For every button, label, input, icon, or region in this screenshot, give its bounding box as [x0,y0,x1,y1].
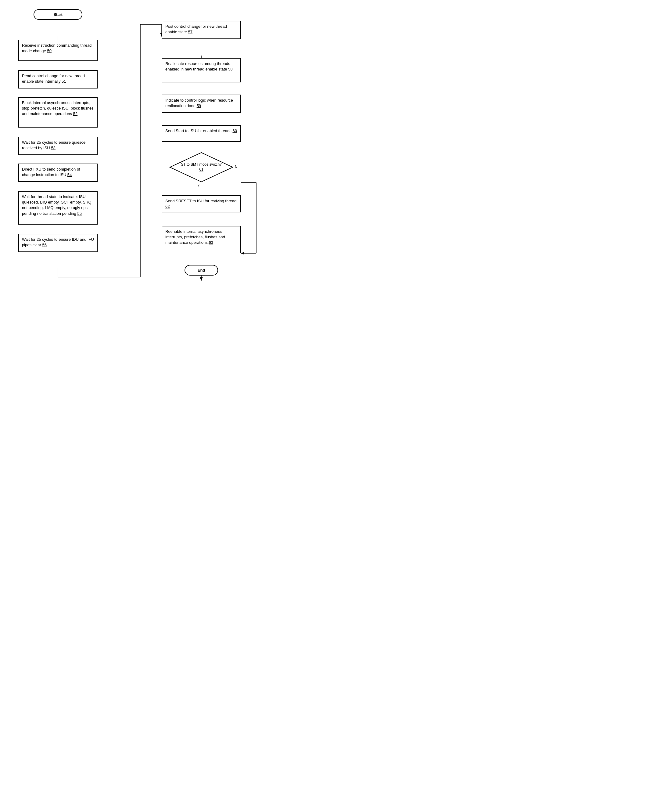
start-node: Start [33,9,82,20]
box63-text: Reenable internal asynchronous interrupt… [165,229,225,245]
box60-num: 60 [232,129,237,133]
box-56: Wait for 25 cycles to ensure IDU and IFU… [18,234,98,252]
end-node: End [185,265,218,276]
end-label: End [198,268,205,273]
box50-num: 50 [47,49,51,53]
flowchart: Start Receive instruction commanding thr… [0,0,274,336]
box-57: Post control change for new thread enabl… [162,21,241,39]
diamond61-num: 61 [199,167,203,171]
box51-text: Pend control change for new thread enabl… [22,74,85,84]
box-60: Send Start to ISU for enabled threads 60 [162,125,241,142]
box-50: Receive instruction commanding thread mo… [18,40,98,61]
box-51: Pend control change for new thread enabl… [18,70,98,89]
box-63: Reenable internal asynchronous interrupt… [162,226,241,253]
box50-text: Receive instruction commanding thread mo… [22,43,92,53]
box57-text: Post control change for new thread enabl… [165,24,227,34]
diamond61-yes-label: Y [197,183,200,188]
box63-num: 63 [209,240,213,245]
box-58: Reallocate resources among threads enabl… [162,58,241,82]
box-59: Indicate to control logic when resource … [162,95,241,113]
box51-num: 51 [62,79,66,84]
box57-num: 57 [188,30,192,34]
box55-num: 55 [77,211,82,216]
diamond61-text: ST to SMT mode switch? [181,162,222,167]
box54-num: 54 [67,172,72,177]
box53-num: 53 [51,146,55,150]
box-62: Send SRESET to ISU for reviving thread 6… [162,195,241,213]
box52-num: 52 [73,111,77,116]
box-52: Block internal asynchronous interrupts, … [18,97,98,127]
box52-text: Block internal asynchronous interrupts, … [22,100,94,116]
box-55: Wait for thread state to indicate: ISU q… [18,191,98,224]
diamond-61: ST to SMT mode switch? 61 Y N [169,152,233,182]
box-54: Direct FXU to send completion of change … [18,164,98,182]
start-label: Start [53,12,63,17]
box59-num: 59 [197,104,201,108]
box62-text: Send SRESET to ISU for reviving thread [165,199,236,203]
diamond61-no-label: N [235,165,238,169]
box56-num: 56 [42,243,46,247]
box60-text: Send Start to ISU for enabled threads [165,129,232,133]
box-53: Wait for 25 cycles to ensure quiesce rec… [18,137,98,155]
box62-num: 62 [165,204,170,209]
box58-text: Reallocate resources among threads enabl… [165,61,230,71]
box58-num: 58 [228,67,232,71]
box56-text: Wait for 25 cycles to ensure IDU and IFU… [22,237,94,247]
